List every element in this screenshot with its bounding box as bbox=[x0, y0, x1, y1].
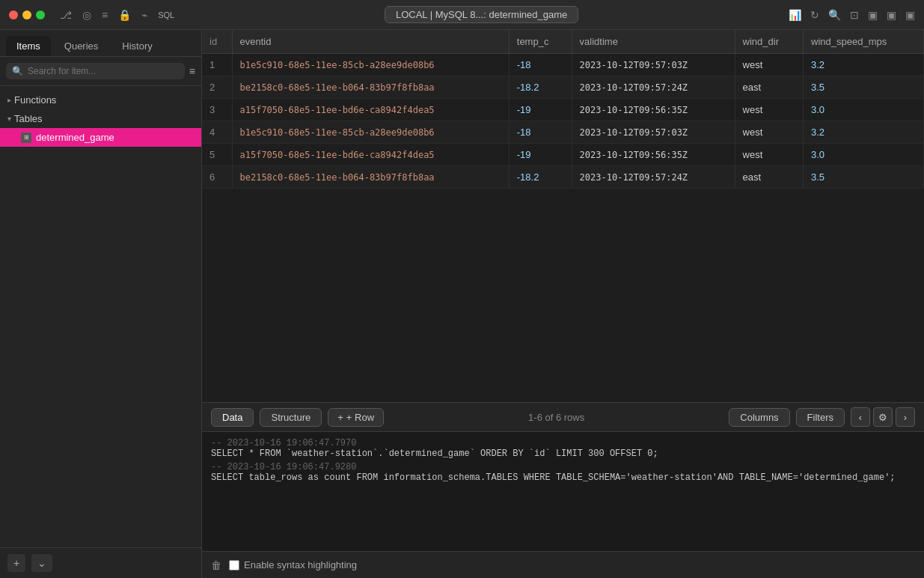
col-header-wind-speed[interactable]: wind_speed_mps bbox=[804, 30, 924, 54]
chevron-functions-icon: ▸ bbox=[7, 96, 11, 104]
cell-id: 4 bbox=[202, 121, 232, 144]
chart-icon[interactable]: 📊 bbox=[789, 9, 801, 21]
tab-data-button[interactable]: Data bbox=[211, 408, 254, 427]
cell-eventid: b1e5c910-68e5-11ee-85cb-a28ee9de08b6 bbox=[232, 121, 509, 144]
syntax-label: Enable syntax highlighting bbox=[244, 559, 357, 571]
tree-item-determined-game[interactable]: ⊞ determined_game bbox=[0, 128, 201, 147]
minimize-button[interactable] bbox=[22, 10, 31, 19]
section-tables[interactable]: ▾ Tables bbox=[0, 109, 201, 128]
cell-wind-speed: 3.2 bbox=[804, 54, 924, 76]
cell-validtime: 2023-10-12T09:56:35Z bbox=[572, 99, 735, 121]
data-table: id eventid temp_c validtime wind_dir win… bbox=[202, 30, 924, 189]
sidebar: Items Queries History 🔍 ≡ ▸ Functions ▾ … bbox=[0, 30, 202, 578]
filter-icon[interactable]: ≡ bbox=[189, 65, 195, 77]
cell-eventid: a15f7050-68e5-11ee-bd6e-ca8942f4dea5 bbox=[232, 144, 509, 166]
col-header-eventid[interactable]: eventid bbox=[232, 30, 509, 54]
cell-temp-c: -18.2 bbox=[509, 76, 572, 99]
chevron-down-button[interactable]: ⌄ bbox=[31, 554, 52, 572]
row-count: 1-6 of 6 rows bbox=[390, 412, 723, 423]
add-row-label: + Row bbox=[346, 412, 374, 423]
cell-wind-dir: west bbox=[735, 99, 803, 121]
cell-temp-c: -18 bbox=[509, 121, 572, 144]
search-icon[interactable]: 🔍 bbox=[828, 9, 841, 21]
titlebar: ⎇ ◎ ≡ 🔒 ⌁ SQL LOCAL | MySQL 8...: determ… bbox=[0, 0, 924, 30]
cell-eventid: a15f7050-68e5-11ee-bd6e-ca8942f4dea5 bbox=[232, 99, 509, 121]
col-header-temp-c[interactable]: temp_c bbox=[509, 30, 572, 54]
search-wrapper: 🔍 bbox=[6, 63, 185, 79]
section-functions[interactable]: ▸ Functions bbox=[0, 91, 201, 109]
cell-wind-dir: west bbox=[735, 54, 803, 76]
sidebar-search: 🔍 ≡ bbox=[0, 57, 201, 86]
cell-validtime: 2023-10-12T09:56:35Z bbox=[572, 144, 735, 166]
table-area[interactable]: id eventid temp_c validtime wind_dir win… bbox=[202, 30, 924, 402]
filters-button[interactable]: Filters bbox=[796, 408, 845, 427]
table-row[interactable]: 2 be2158c0-68e5-11ee-b064-83b97f8fb8aa -… bbox=[202, 76, 924, 99]
cell-wind-speed: 3.5 bbox=[804, 76, 924, 99]
search-input[interactable] bbox=[28, 66, 179, 76]
tab-history[interactable]: History bbox=[111, 36, 162, 56]
tab-queries[interactable]: Queries bbox=[54, 36, 109, 56]
section-tables-label: Tables bbox=[14, 113, 43, 124]
tab-structure-button[interactable]: Structure bbox=[260, 408, 322, 427]
refresh-icon[interactable]: ↻ bbox=[810, 9, 819, 21]
log-sql: SELECT * FROM `weather-station`.`determi… bbox=[211, 448, 915, 459]
lock-icon[interactable]: 🔒 bbox=[118, 9, 131, 21]
bottom-bar: Data Structure + + Row 1-6 of 6 rows Col… bbox=[202, 402, 924, 431]
chevron-tables-icon: ▾ bbox=[7, 115, 11, 123]
prev-page-button[interactable]: ‹ bbox=[851, 407, 870, 427]
panel-bottom-icon[interactable]: ▣ bbox=[905, 9, 915, 21]
table-row[interactable]: 3 a15f7050-68e5-11ee-bd6e-ca8942f4dea5 -… bbox=[202, 99, 924, 121]
cell-wind-dir: west bbox=[735, 121, 803, 144]
log-area: -- 2023-10-16 19:06:47.7970 SELECT * FRO… bbox=[202, 431, 924, 551]
add-item-button[interactable]: + bbox=[7, 554, 25, 572]
cell-eventid: be2158c0-68e5-11ee-b064-83b97f8fb8aa bbox=[232, 166, 509, 189]
search-icon: 🔍 bbox=[12, 66, 23, 76]
sidebar-tabs: Items Queries History bbox=[0, 30, 201, 57]
tab-items[interactable]: Items bbox=[6, 36, 51, 56]
titlebar-center: LOCAL | MySQL 8...: determined_game bbox=[180, 6, 783, 23]
panel-left-icon[interactable]: ▣ bbox=[868, 9, 878, 21]
add-row-button[interactable]: + + Row bbox=[328, 408, 384, 427]
table-row[interactable]: 4 b1e5c910-68e5-11ee-85cb-a28ee9de08b6 -… bbox=[202, 121, 924, 144]
cell-temp-c: -18 bbox=[509, 54, 572, 76]
eye-icon[interactable]: ◎ bbox=[82, 9, 91, 21]
log-comment: -- 2023-10-16 19:06:47.9280 bbox=[211, 462, 915, 472]
cell-validtime: 2023-10-12T09:57:24Z bbox=[572, 76, 735, 99]
list-icon[interactable]: ≡ bbox=[102, 9, 108, 21]
titlebar-right: 📊 ↻ 🔍 ⊡ ▣ ▣ ▣ bbox=[789, 9, 915, 21]
cell-wind-dir: east bbox=[735, 76, 803, 99]
cell-validtime: 2023-10-12T09:57:24Z bbox=[572, 166, 735, 189]
close-button[interactable] bbox=[9, 10, 18, 19]
cell-wind-speed: 3.0 bbox=[804, 144, 924, 166]
section-functions-label: Functions bbox=[14, 94, 56, 106]
connection-badge[interactable]: LOCAL | MySQL 8...: determined_game bbox=[385, 6, 578, 23]
cell-eventid: b1e5c910-68e5-11ee-85cb-a28ee9de08b6 bbox=[232, 54, 509, 76]
cell-temp-c: -19 bbox=[509, 144, 572, 166]
source-control-icon[interactable]: ⎇ bbox=[60, 9, 72, 21]
col-header-id[interactable]: id bbox=[202, 30, 232, 54]
sidebar-tree: ▸ Functions ▾ Tables ⊞ determined_game bbox=[0, 86, 201, 547]
log-entry: -- 2023-10-16 19:06:47.7970 SELECT * FRO… bbox=[211, 438, 915, 459]
log-sql: SELECT table_rows as count FROM informat… bbox=[211, 472, 915, 483]
settings-button[interactable]: ⚙ bbox=[873, 407, 893, 427]
plus-icon: + bbox=[337, 412, 343, 423]
panel-right-icon[interactable]: ▣ bbox=[887, 9, 896, 21]
table-row[interactable]: 1 b1e5c910-68e5-11ee-85cb-a28ee9de08b6 -… bbox=[202, 54, 924, 76]
columns-button[interactable]: Columns bbox=[729, 408, 789, 427]
syntax-checkbox[interactable] bbox=[229, 560, 239, 571]
cell-temp-c: -18.2 bbox=[509, 166, 572, 189]
cell-id: 1 bbox=[202, 54, 232, 76]
layout-icon[interactable]: ⊡ bbox=[850, 9, 859, 21]
col-header-wind-dir[interactable]: wind_dir bbox=[735, 30, 803, 54]
maximize-button[interactable] bbox=[36, 10, 45, 19]
log-bottom: 🗑 Enable syntax highlighting bbox=[202, 551, 924, 578]
cell-id: 5 bbox=[202, 144, 232, 166]
cell-validtime: 2023-10-12T09:57:03Z bbox=[572, 54, 735, 76]
clear-log-button[interactable]: 🗑 bbox=[211, 559, 221, 571]
cell-wind-dir: east bbox=[735, 166, 803, 189]
table-row[interactable]: 6 be2158c0-68e5-11ee-b064-83b97f8fb8aa -… bbox=[202, 166, 924, 189]
table-row[interactable]: 5 a15f7050-68e5-11ee-bd6e-ca8942f4dea5 -… bbox=[202, 144, 924, 166]
database-icon[interactable]: ⌁ bbox=[141, 9, 147, 21]
next-page-button[interactable]: › bbox=[896, 407, 915, 427]
col-header-validtime[interactable]: validtime bbox=[572, 30, 735, 54]
